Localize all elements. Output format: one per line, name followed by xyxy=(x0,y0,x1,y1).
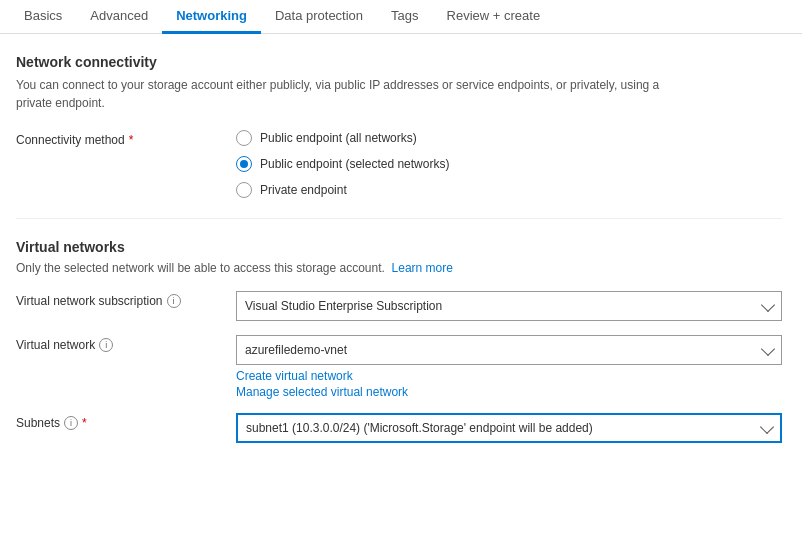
main-content: Network connectivity You can connect to … xyxy=(0,34,802,477)
vnet-subscription-value: Visual Studio Enterprise Subscription xyxy=(245,299,757,313)
tab-review-create[interactable]: Review + create xyxy=(433,0,555,34)
vnet-network-info-icon[interactable]: i xyxy=(99,338,113,352)
vnet-subscription-label: Virtual network subscription i xyxy=(16,291,236,308)
vnet-network-label: Virtual network i xyxy=(16,335,236,352)
vnet-network-chevron-icon xyxy=(761,341,775,355)
radio-private-endpoint-button[interactable] xyxy=(236,182,252,198)
section-divider xyxy=(16,218,782,219)
tab-basics[interactable]: Basics xyxy=(10,0,76,34)
radio-all-networks[interactable]: Public endpoint (all networks) xyxy=(236,130,782,146)
vnet-network-value: azurefiledemo-vnet xyxy=(245,343,757,357)
radio-selected-networks-button[interactable] xyxy=(236,156,252,172)
radio-all-networks-button[interactable] xyxy=(236,130,252,146)
vnet-subscription-control: Visual Studio Enterprise Subscription xyxy=(236,291,782,321)
tab-advanced[interactable]: Advanced xyxy=(76,0,162,34)
radio-private-endpoint[interactable]: Private endpoint xyxy=(236,182,782,198)
radio-all-networks-label: Public endpoint (all networks) xyxy=(260,131,417,145)
subnets-value: subnet1 (10.3.0.0/24) ('Microsoft.Storag… xyxy=(246,421,756,435)
vnet-subscription-dropdown[interactable]: Visual Studio Enterprise Subscription xyxy=(236,291,782,321)
connectivity-method-row: Connectivity method * Public endpoint (a… xyxy=(16,130,782,198)
tab-networking[interactable]: Networking xyxy=(162,0,261,34)
subnets-label: Subnets i * xyxy=(16,413,236,430)
connectivity-method-label: Connectivity method * xyxy=(16,130,236,147)
virtual-networks-desc: Only the selected network will be able t… xyxy=(16,261,782,275)
tab-tags[interactable]: Tags xyxy=(377,0,432,34)
subnets-info-icon[interactable]: i xyxy=(64,416,78,430)
tab-data-protection[interactable]: Data protection xyxy=(261,0,377,34)
vnet-subscription-info-icon[interactable]: i xyxy=(167,294,181,308)
vnet-network-control: azurefiledemo-vnet Create virtual networ… xyxy=(236,335,782,399)
radio-selected-networks[interactable]: Public endpoint (selected networks) xyxy=(236,156,782,172)
vnet-network-dropdown[interactable]: azurefiledemo-vnet xyxy=(236,335,782,365)
required-indicator: * xyxy=(129,133,134,147)
subnets-control: subnet1 (10.3.0.0/24) ('Microsoft.Storag… xyxy=(236,413,782,443)
create-vnet-link[interactable]: Create virtual network xyxy=(236,369,782,383)
subnets-dropdown[interactable]: subnet1 (10.3.0.0/24) ('Microsoft.Storag… xyxy=(236,413,782,443)
vnet-network-row: Virtual network i azurefiledemo-vnet Cre… xyxy=(16,335,782,399)
subnets-chevron-icon xyxy=(760,419,774,433)
network-connectivity-title: Network connectivity xyxy=(16,54,782,70)
subnets-required-indicator: * xyxy=(82,416,87,430)
learn-more-link[interactable]: Learn more xyxy=(392,261,453,275)
tab-navigation: Basics Advanced Networking Data protecti… xyxy=(0,0,802,34)
manage-vnet-link[interactable]: Manage selected virtual network xyxy=(236,385,782,399)
vnet-subscription-chevron-icon xyxy=(761,297,775,311)
vnet-links: Create virtual network Manage selected v… xyxy=(236,369,782,399)
vnet-subscription-row: Virtual network subscription i Visual St… xyxy=(16,291,782,321)
network-connectivity-desc: You can connect to your storage account … xyxy=(16,76,696,112)
connectivity-method-options: Public endpoint (all networks) Public en… xyxy=(236,130,782,198)
subnets-row: Subnets i * subnet1 (10.3.0.0/24) ('Micr… xyxy=(16,413,782,443)
radio-selected-networks-label: Public endpoint (selected networks) xyxy=(260,157,449,171)
radio-private-endpoint-label: Private endpoint xyxy=(260,183,347,197)
radio-selected-networks-inner xyxy=(240,160,248,168)
virtual-networks-title: Virtual networks xyxy=(16,239,782,255)
